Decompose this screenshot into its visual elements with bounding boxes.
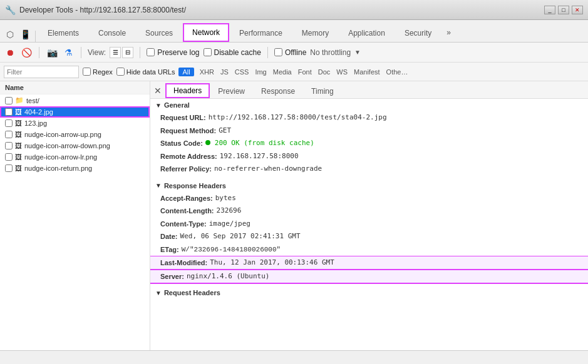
request-headers-section-header: ▼ Request Headers — [150, 286, 588, 299]
request-url-value: http://192.168.127.58:8000/test/sta04-2.… — [209, 113, 387, 123]
tab-network[interactable]: Network — [183, 23, 229, 42]
camera-button[interactable]: 📷 — [46, 46, 58, 59]
list-item[interactable]: 🖼 nudge-icon-return.png — [0, 163, 150, 174]
general-arrow-icon[interactable]: ▼ — [155, 102, 162, 109]
list-item[interactable]: 🖼 123.jpg — [0, 118, 150, 129]
minimize-button[interactable]: _ — [544, 6, 555, 14]
filter-xhr[interactable]: XHR — [198, 68, 216, 76]
file-checkbox[interactable] — [5, 108, 13, 116]
device-icon[interactable]: 📱 — [18, 27, 33, 42]
filter-manifest[interactable]: Manifest — [352, 68, 382, 76]
response-headers-title: Response Headers — [164, 182, 226, 190]
server-value: nginx/1.4.6 (Ubuntu) — [187, 271, 269, 282]
main-content: Name 📁 test/ 🖼 404-2.jpg 🖼 123.jpg 🖼 nud… — [0, 81, 588, 350]
tab-security[interactable]: Security — [395, 23, 441, 42]
disable-cache-input[interactable] — [204, 48, 212, 56]
content-type-row: Content-Type: image/jpeg — [150, 218, 588, 231]
throttle-arrow-icon[interactable]: ▼ — [354, 49, 361, 56]
file-checkbox[interactable] — [5, 142, 13, 149]
regex-checkbox[interactable]: Regex — [83, 68, 113, 76]
offline-input[interactable] — [274, 48, 282, 56]
request-method-value: GET — [219, 126, 231, 136]
file-name: 123.jpg — [24, 119, 47, 127]
filter-input[interactable] — [4, 66, 79, 78]
accept-ranges-label: Accept-Ranges: — [160, 193, 213, 204]
filter-font[interactable]: Font — [296, 68, 314, 76]
tab-application[interactable]: Application — [339, 23, 395, 42]
detail-tab-response[interactable]: Response — [253, 83, 303, 98]
file-name: nudge-icon-arrow-lr.png — [24, 153, 97, 161]
file-checkbox[interactable] — [5, 119, 13, 127]
detail-tab-timing[interactable]: Timing — [303, 83, 342, 98]
cursor-icon[interactable]: ⬡ — [3, 27, 18, 42]
server-label: Server: — [160, 271, 184, 282]
toolbar-sep-2 — [81, 47, 81, 58]
request-headers-arrow-icon[interactable]: ▼ — [155, 290, 162, 296]
filter-button[interactable]: ⚗ — [62, 46, 75, 59]
status-bar — [0, 350, 588, 364]
last-modified-value: Thu, 12 Jan 2017, 00:13:46 GMT — [210, 258, 334, 268]
detail-tab-headers[interactable]: Headers — [165, 83, 210, 98]
offline-checkbox[interactable]: Offline — [274, 48, 306, 57]
status-code-label: Status Code: — [160, 138, 203, 149]
file-checkbox[interactable] — [5, 164, 13, 172]
file-name: 404-2.jpg — [24, 108, 53, 116]
tab-performance[interactable]: Performance — [230, 23, 292, 42]
detail-panel: ✕ Headers Preview Response Timing ▼ Gene… — [150, 81, 588, 350]
general-title: General — [164, 101, 190, 109]
filter-img[interactable]: Img — [253, 68, 268, 76]
close-button[interactable]: ✕ — [572, 6, 583, 14]
tab-console[interactable]: Console — [89, 23, 135, 42]
image-icon: 🖼 — [15, 131, 22, 138]
preserve-log-input[interactable] — [147, 48, 155, 56]
request-method-label: Request Method: — [160, 126, 216, 136]
tab-bar-sep — [35, 31, 36, 42]
hide-data-input[interactable] — [116, 68, 125, 76]
disable-cache-checkbox[interactable]: Disable cache — [204, 48, 261, 57]
tab-elements[interactable]: Elements — [38, 23, 88, 42]
list-item[interactable]: 🖼 nudge-icon-arrow-down.png — [0, 140, 150, 151]
file-checkbox[interactable] — [5, 97, 13, 104]
remote-address-value: 192.168.127.58:8000 — [220, 151, 299, 162]
etag-value: W/"232696-1484180026000" — [182, 245, 281, 255]
date-value: Wed, 06 Sep 2017 02:41:31 GMT — [180, 231, 301, 242]
maximize-button[interactable]: □ — [558, 6, 569, 14]
referrer-policy-value: no-referrer-when-downgrade — [214, 164, 322, 174]
last-modified-row: Last-Modified: Thu, 12 Jan 2017, 00:13:4… — [150, 256, 588, 270]
more-tabs-button[interactable]: » — [441, 23, 456, 42]
view-buttons: ☰ ⊟ — [110, 47, 133, 58]
content-type-value: image/jpeg — [209, 219, 250, 230]
file-checkbox[interactable] — [5, 131, 13, 138]
list-item[interactable]: 📁 test/ — [0, 94, 150, 106]
toolbar-sep-4 — [267, 47, 268, 58]
network-toolbar: ⏺ 🚫 📷 ⚗ View: ☰ ⊟ Preserve log Disable c… — [0, 43, 588, 63]
record-button[interactable]: ⏺ — [4, 46, 16, 59]
hide-data-checkbox[interactable]: Hide data URLs — [116, 68, 175, 76]
grid-view-button[interactable]: ⊟ — [122, 47, 133, 58]
filter-ws[interactable]: WS — [334, 68, 349, 76]
detail-close-button[interactable]: ✕ — [150, 83, 165, 98]
list-item[interactable]: 🖼 nudge-icon-arrow-up.png — [0, 129, 150, 140]
filter-other[interactable]: Othe… — [384, 68, 410, 76]
content-length-value: 232696 — [217, 206, 242, 216]
response-headers-arrow-icon[interactable]: ▼ — [155, 182, 162, 189]
tab-sources[interactable]: Sources — [136, 23, 182, 42]
date-label: Date: — [160, 231, 178, 242]
tab-memory[interactable]: Memory — [292, 23, 338, 42]
image-icon: 🖼 — [15, 108, 22, 116]
list-item-selected[interactable]: 🖼 404-2.jpg — [0, 106, 150, 118]
regex-input[interactable] — [83, 68, 91, 76]
filter-doc[interactable]: Doc — [316, 68, 333, 76]
file-checkbox[interactable] — [5, 153, 13, 161]
list-view-button[interactable]: ☰ — [110, 47, 121, 58]
list-item[interactable]: 🖼 nudge-icon-arrow-lr.png — [0, 151, 150, 163]
etag-label: ETag: — [160, 245, 179, 255]
filter-js[interactable]: JS — [219, 68, 230, 76]
filter-media[interactable]: Media — [271, 68, 294, 76]
detail-tab-preview[interactable]: Preview — [210, 83, 253, 98]
filter-css[interactable]: CSS — [233, 68, 251, 76]
clear-button[interactable]: 🚫 — [20, 46, 33, 59]
accept-ranges-row: Accept-Ranges: bytes — [150, 192, 588, 205]
all-filter-button[interactable]: All — [178, 68, 193, 76]
preserve-log-checkbox[interactable]: Preserve log — [147, 48, 199, 57]
